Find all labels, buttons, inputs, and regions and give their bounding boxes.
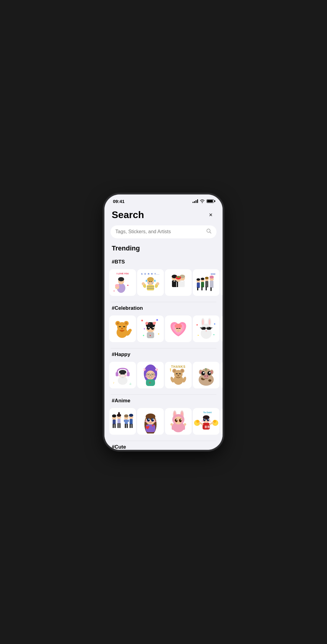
svg-rect-57 <box>206 287 207 290</box>
list-item[interactable] <box>165 408 192 435</box>
svg-point-152 <box>155 369 157 370</box>
svg-point-200 <box>124 414 128 417</box>
svg-text:♫: ♫ <box>129 382 132 385</box>
cute-tag-label[interactable]: #Cute <box>104 441 223 450</box>
svg-text:wow: wow <box>210 273 216 275</box>
status-time: 09:41 <box>113 199 124 204</box>
bts-tag-label[interactable]: #BTS <box>104 256 223 268</box>
svg-point-103 <box>175 324 182 329</box>
svg-text:♪: ♪ <box>113 381 114 384</box>
svg-point-44 <box>197 278 200 281</box>
svg-rect-28 <box>172 280 177 287</box>
svg-rect-198 <box>119 423 121 428</box>
svg-point-207 <box>129 414 133 417</box>
svg-text:THANKS: THANKS <box>171 365 186 368</box>
svg-point-78 <box>117 322 119 325</box>
svg-point-133 <box>119 370 126 374</box>
svg-rect-208 <box>130 419 133 424</box>
svg-point-110 <box>209 319 210 325</box>
svg-text:💧: 💧 <box>154 279 156 282</box>
list-item[interactable] <box>165 315 192 342</box>
svg-point-92 <box>145 322 148 325</box>
svg-rect-32 <box>180 280 185 287</box>
svg-rect-209 <box>130 424 131 428</box>
list-item[interactable]: ♪ ♫ <box>109 362 136 388</box>
list-item[interactable]: 😄 <box>221 362 223 388</box>
svg-point-256 <box>209 420 211 422</box>
svg-point-255 <box>201 420 204 422</box>
svg-point-151 <box>143 369 144 370</box>
list-item[interactable]: I LOVE YOU ♥ ♥ <box>109 269 136 296</box>
svg-point-179 <box>207 375 208 377</box>
search-bar[interactable] <box>111 225 216 238</box>
svg-point-171 <box>208 379 211 382</box>
svg-text:♥: ♥ <box>149 381 151 384</box>
svg-rect-56 <box>201 287 203 290</box>
svg-point-13 <box>147 277 154 282</box>
svg-point-181 <box>207 371 211 375</box>
svg-rect-196 <box>117 419 121 424</box>
svg-rect-129 <box>116 372 118 376</box>
happy-section: #Happy <box>104 348 223 392</box>
list-item[interactable]: $ <box>193 362 220 388</box>
svg-point-119 <box>208 327 209 328</box>
list-item[interactable] <box>109 408 136 435</box>
list-item[interactable] <box>109 315 136 342</box>
svg-point-47 <box>201 278 204 280</box>
svg-rect-114 <box>207 327 211 330</box>
list-item[interactable] <box>165 269 192 296</box>
celebration-sticker-row[interactable]: ♥ ♥ <box>104 314 223 346</box>
bts-sticker-row[interactable]: I LOVE YOU ♥ ♥ <box>104 268 223 299</box>
list-item[interactable]: 🍌 😄 <box>221 315 223 342</box>
svg-text:♥: ♥ <box>114 290 115 292</box>
svg-point-240 <box>180 419 182 420</box>
svg-rect-191 <box>113 424 114 428</box>
list-item[interactable] <box>221 269 223 296</box>
list-item[interactable]: ♥ <box>137 362 164 388</box>
list-item[interactable]: S O R R Y... <box>137 269 164 296</box>
list-item[interactable]: THANKS <box>165 362 192 388</box>
svg-text:응원: 응원 <box>204 425 210 428</box>
svg-point-242 <box>181 421 184 423</box>
page-title: Search <box>112 209 144 221</box>
list-item[interactable]: ♥ <box>137 408 164 435</box>
close-button[interactable]: × <box>206 210 215 219</box>
svg-rect-205 <box>127 424 128 428</box>
happy-sticker-row[interactable]: ♪ ♫ <box>104 361 223 392</box>
phone-shell: 09:41 Search × <box>104 195 223 450</box>
list-item[interactable]: 🧙‍♀️ <box>221 408 223 435</box>
svg-point-94 <box>147 327 150 330</box>
search-icon <box>206 228 212 235</box>
svg-point-105 <box>180 329 183 331</box>
svg-point-109 <box>202 319 204 325</box>
svg-point-253 <box>204 419 205 420</box>
svg-rect-51 <box>205 281 208 287</box>
svg-point-162 <box>181 370 183 372</box>
celebration-tag-label[interactable]: #Celebration <box>104 302 223 314</box>
svg-point-182 <box>203 372 205 373</box>
svg-point-50 <box>205 277 209 279</box>
search-input[interactable] <box>115 229 204 234</box>
list-item[interactable]: Ta Dah! <box>193 408 220 435</box>
svg-point-266 <box>215 422 218 425</box>
svg-rect-48 <box>201 282 204 287</box>
svg-point-138 <box>121 377 124 378</box>
svg-rect-201 <box>125 420 128 424</box>
svg-rect-14 <box>147 285 154 290</box>
svg-rect-197 <box>117 423 119 428</box>
list-item[interactable] <box>193 315 220 342</box>
svg-point-96 <box>148 327 150 328</box>
svg-point-22 <box>152 282 153 284</box>
svg-point-180 <box>201 371 205 375</box>
anime-sticker-row[interactable]: ♥ <box>104 407 223 438</box>
svg-rect-55 <box>197 287 198 290</box>
svg-rect-113 <box>201 327 206 330</box>
list-item[interactable]: wow <box>193 269 220 296</box>
svg-point-241 <box>173 421 176 423</box>
svg-point-7 <box>115 284 119 287</box>
main-content[interactable]: Search × Trending #BTS <box>104 206 223 450</box>
list-item[interactable]: ♥ ♥ <box>137 315 164 342</box>
svg-point-89 <box>144 328 145 329</box>
anime-tag-label[interactable]: #Anime <box>104 395 223 407</box>
happy-tag-label[interactable]: #Happy <box>104 348 223 361</box>
